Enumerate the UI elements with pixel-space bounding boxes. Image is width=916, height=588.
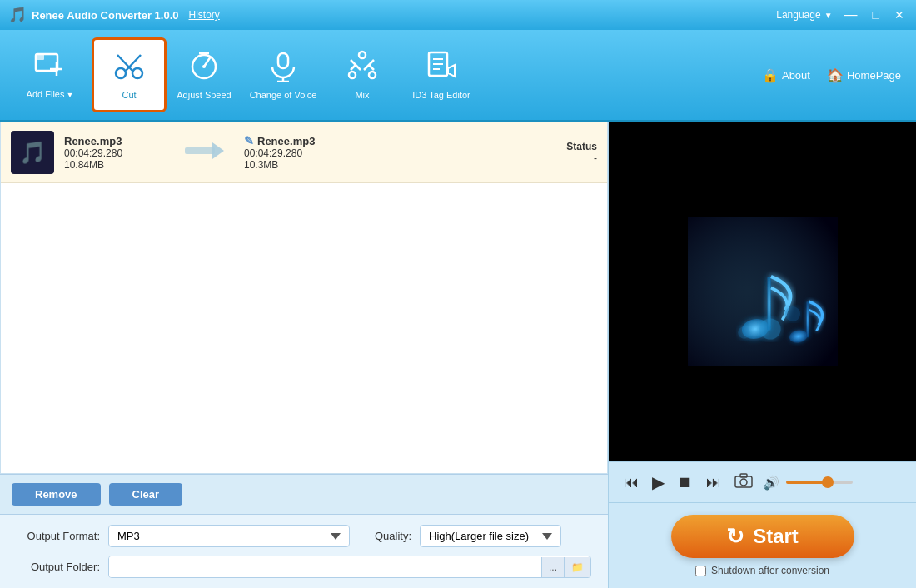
toolbar-cut[interactable]: Cut	[92, 37, 167, 112]
add-files-label: Add Files	[27, 89, 65, 100]
history-link[interactable]: History	[189, 9, 220, 21]
id3-tag-editor-label: ID3 Tag Editor	[412, 90, 470, 101]
cut-label: Cut	[122, 90, 136, 101]
toolbar-id3-tag-editor[interactable]: ID3 Tag Editor	[400, 37, 483, 112]
music-visual	[688, 217, 838, 366]
minimize-button[interactable]: —	[841, 7, 861, 22]
svg-marker-23	[212, 142, 224, 159]
svg-rect-24	[688, 217, 838, 366]
clear-button[interactable]: Clear	[109, 483, 183, 506]
right-panel: ⏮ ▶ ⏹ ⏭ 🔊 ↻ Start Shut	[608, 122, 916, 588]
maximize-button[interactable]: □	[869, 8, 883, 22]
about-link[interactable]: 🔒 About	[755, 64, 817, 87]
preview-area	[609, 122, 916, 461]
mix-icon	[346, 48, 379, 87]
svg-point-16	[349, 72, 356, 78]
toolbar-mix[interactable]: Mix	[325, 37, 400, 112]
language-dropdown-icon: ▼	[824, 11, 833, 20]
start-button[interactable]: ↻ Start	[671, 515, 854, 558]
language-label: Language	[776, 9, 820, 21]
source-file-size: 10.84MB	[64, 159, 164, 171]
language-button[interactable]: Language ▼	[776, 9, 832, 21]
convert-arrow	[184, 139, 224, 166]
add-files-dropdown-icon: ▼	[66, 91, 73, 99]
volume-icon: 🔊	[763, 475, 779, 491]
cut-icon	[112, 48, 146, 87]
output-file-info: ✎ Renee.mp3 00:04:29.280 10.3MB	[244, 134, 537, 171]
close-button[interactable]: ✕	[891, 8, 908, 22]
shutdown-row: Shutdown after conversion	[695, 565, 829, 576]
left-panel: 🎵 Renee.mp3 00:04:29.280 10.84MB	[0, 122, 608, 588]
play-button[interactable]: ▶	[649, 471, 668, 494]
change-of-voice-label: Change of Voice	[250, 90, 317, 101]
skip-back-button[interactable]: ⏮	[620, 472, 642, 493]
svg-rect-22	[185, 147, 215, 154]
shutdown-label: Shutdown after conversion	[711, 565, 829, 576]
toolbar-add-files[interactable]: Add Files ▼	[8, 37, 92, 112]
home-icon: 🏠	[827, 67, 844, 83]
file-thumbnail: 🎵	[11, 131, 54, 174]
svg-point-30	[785, 306, 800, 321]
format-select[interactable]: MP3 AAC FLAC OGG WAV WMA	[108, 525, 350, 547]
adjust-speed-label: Adjust Speed	[177, 90, 231, 101]
start-area: ↻ Start Shutdown after conversion	[609, 502, 916, 588]
mix-label: Mix	[355, 90, 369, 101]
homepage-link[interactable]: 🏠 HomePage	[820, 64, 908, 87]
folder-input-wrap: ... 📁	[108, 556, 591, 578]
svg-rect-34	[740, 474, 747, 477]
file-list: 🎵 Renee.mp3 00:04:29.280 10.84MB	[0, 122, 608, 474]
about-label: About	[782, 69, 810, 82]
homepage-label: HomePage	[847, 69, 901, 82]
quality-select[interactable]: High(Larger file size) Medium Low(Smalle…	[420, 525, 561, 547]
table-row: 🎵 Renee.mp3 00:04:29.280 10.84MB	[1, 122, 607, 183]
lock-icon: 🔒	[762, 67, 779, 83]
svg-rect-12	[278, 53, 288, 68]
svg-point-11	[202, 65, 206, 68]
edit-icon: ✎	[244, 134, 254, 147]
music-thumb-icon: 🎵	[19, 140, 46, 166]
svg-rect-1	[36, 54, 44, 60]
svg-point-33	[740, 479, 747, 486]
id3-tag-editor-icon	[425, 48, 458, 87]
toolbar: Add Files ▼ Cut Adjust Speed	[0, 30, 916, 122]
player-controls: ⏮ ▶ ⏹ ⏭ 🔊	[609, 461, 916, 502]
status-value: -	[547, 152, 597, 164]
folder-browse-button[interactable]: ...	[541, 557, 564, 577]
svg-point-17	[369, 72, 376, 78]
quality-label: Quality:	[375, 530, 411, 542]
status-label: Status	[547, 141, 597, 152]
source-file-duration: 00:04:29.280	[64, 147, 164, 159]
svg-point-31	[738, 326, 749, 338]
folder-input[interactable]	[109, 556, 541, 577]
svg-line-9	[204, 57, 211, 67]
top-right-nav: 🔒 About 🏠 HomePage	[755, 64, 908, 87]
svg-point-5	[132, 68, 142, 78]
file-status: Status -	[547, 141, 597, 164]
bottom-bar: Remove Clear	[0, 474, 608, 514]
toolbar-adjust-speed[interactable]: Adjust Speed	[167, 37, 241, 112]
app-icon: 🎵	[8, 6, 27, 24]
main-content: 🎵 Renee.mp3 00:04:29.280 10.84MB	[0, 122, 916, 588]
output-file-duration: 00:04:29.280	[244, 147, 537, 159]
start-label: Start	[753, 525, 799, 548]
svg-point-15	[359, 52, 366, 58]
stop-button[interactable]: ⏹	[675, 472, 696, 493]
format-label: Output Format:	[17, 530, 100, 542]
folder-row: Output Folder: ... 📁	[17, 556, 591, 578]
format-row: Output Format: MP3 AAC FLAC OGG WAV WMA …	[17, 525, 591, 547]
svg-point-4	[116, 68, 126, 78]
output-settings: Output Format: MP3 AAC FLAC OGG WAV WMA …	[0, 514, 608, 588]
shutdown-checkbox[interactable]	[695, 566, 706, 576]
remove-button[interactable]: Remove	[12, 483, 101, 506]
title-bar: 🎵 Renee Audio Converter 1.0.0 History La…	[0, 0, 916, 30]
skip-forward-button[interactable]: ⏭	[703, 472, 724, 493]
svg-point-29	[759, 318, 780, 339]
volume-slider[interactable]	[786, 481, 853, 484]
change-of-voice-icon	[266, 48, 300, 87]
folder-open-button[interactable]: 📁	[564, 557, 590, 577]
adjust-speed-icon	[187, 48, 221, 87]
start-icon: ↻	[726, 524, 744, 550]
source-file-info: Renee.mp3 00:04:29.280 10.84MB	[64, 135, 164, 171]
screenshot-button[interactable]	[731, 471, 756, 493]
toolbar-change-of-voice[interactable]: Change of Voice	[241, 37, 325, 112]
